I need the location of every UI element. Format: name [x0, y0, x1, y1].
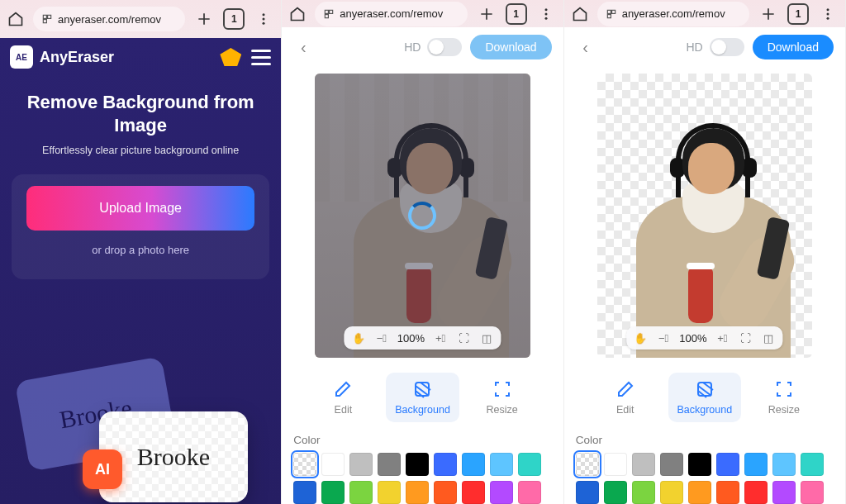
sample-cards: Brooke Brooke AI: [0, 347, 281, 504]
new-tab-icon[interactable]: [476, 3, 497, 25]
color-swatch[interactable]: [378, 481, 401, 504]
color-swatch[interactable]: [518, 453, 541, 476]
tab-count[interactable]: 1: [223, 8, 245, 30]
compare-icon[interactable]: ◫: [479, 330, 494, 345]
color-swatch[interactable]: [604, 481, 627, 504]
menu-icon[interactable]: [248, 50, 271, 65]
color-swatch[interactable]: [490, 453, 513, 476]
svg-rect-6: [326, 10, 329, 13]
image-canvas[interactable]: ✋ −⃝ 100% +⃝ ⛶ ◫: [597, 74, 812, 358]
url-bar[interactable]: anyeraser.com/remov: [315, 2, 467, 26]
hero-subtitle: Effortlessly clear picture background on…: [17, 145, 264, 156]
hd-toggle[interactable]: [710, 38, 744, 56]
color-swatch[interactable]: [604, 453, 627, 476]
color-swatch[interactable]: [632, 453, 655, 476]
hd-label: HD: [404, 40, 421, 54]
color-swatch[interactable]: [462, 453, 485, 476]
color-swatch[interactable]: [434, 481, 457, 504]
zoom-in-icon[interactable]: +⃝: [433, 330, 448, 345]
home-icon[interactable]: [571, 5, 589, 23]
tool-resize-label: Resize: [768, 404, 800, 416]
svg-rect-8: [326, 14, 329, 17]
image-canvas[interactable]: ✋ −⃝ 100% +⃝ ⛶ ◫: [315, 74, 530, 358]
color-swatch[interactable]: [801, 453, 824, 476]
tool-background-label: Background: [677, 404, 732, 416]
new-tab-icon[interactable]: [758, 3, 779, 25]
color-swatch[interactable]: [688, 481, 711, 504]
color-swatch[interactable]: [660, 453, 683, 476]
fullscreen-icon[interactable]: ⛶: [456, 330, 471, 345]
color-swatch[interactable]: [293, 453, 316, 476]
tool-background[interactable]: Background: [386, 373, 459, 422]
zoom-out-icon[interactable]: −⃝: [656, 330, 671, 345]
browser-menu-icon[interactable]: [253, 8, 274, 30]
color-swatch[interactable]: [576, 453, 599, 476]
color-swatch[interactable]: [518, 481, 541, 504]
landing-page: AE AnyEraser Remove Background from Imag…: [0, 38, 281, 504]
back-icon[interactable]: ‹: [576, 38, 596, 57]
pan-icon[interactable]: ✋: [351, 330, 366, 345]
fullscreen-icon[interactable]: ⛶: [738, 330, 753, 345]
color-swatch[interactable]: [406, 481, 429, 504]
url-bar[interactable]: anyeraser.com/remov: [597, 2, 749, 26]
url-bar[interactable]: anyeraser.com/remov: [33, 7, 185, 31]
tool-background[interactable]: Background: [668, 373, 741, 422]
zoom-out-icon[interactable]: −⃝: [374, 330, 389, 345]
zoom-toolbar: ✋ −⃝ 100% +⃝ ⛶ ◫: [345, 326, 501, 349]
color-swatch[interactable]: [801, 481, 824, 504]
hd-toggle[interactable]: [427, 38, 462, 56]
tool-resize[interactable]: Resize: [466, 373, 539, 422]
compare-icon[interactable]: ◫: [761, 330, 776, 345]
color-swatch[interactable]: [349, 481, 373, 504]
color-swatch[interactable]: [772, 453, 796, 476]
back-icon[interactable]: ‹: [293, 38, 313, 57]
tab-count[interactable]: 1: [506, 3, 527, 25]
app-logo: AE: [10, 45, 33, 69]
download-button[interactable]: Download: [470, 35, 551, 59]
home-icon[interactable]: [7, 10, 25, 28]
download-button[interactable]: Download: [753, 35, 834, 59]
browser-chrome: anyeraser.com/remov 1: [564, 0, 845, 27]
color-swatch[interactable]: [293, 481, 316, 504]
svg-rect-13: [607, 10, 611, 13]
color-swatch[interactable]: [406, 453, 429, 476]
upload-card: Upload Image or drop a photo here: [12, 174, 269, 279]
premium-icon[interactable]: [220, 48, 241, 66]
color-swatch[interactable]: [744, 481, 768, 504]
svg-point-16: [826, 8, 829, 11]
editor: ‹ HD Download ✋ −⃝: [282, 27, 563, 504]
color-swatch[interactable]: [772, 481, 796, 504]
tool-edit[interactable]: Edit: [589, 373, 662, 422]
color-swatch[interactable]: [462, 481, 485, 504]
color-swatch[interactable]: [490, 481, 513, 504]
pan-icon[interactable]: ✋: [633, 330, 648, 345]
tab-count[interactable]: 1: [787, 3, 809, 25]
tool-resize[interactable]: Resize: [748, 373, 820, 422]
zoom-toolbar: ✋ −⃝ 100% +⃝ ⛶ ◫: [626, 326, 782, 349]
svg-rect-15: [607, 14, 611, 17]
color-swatch[interactable]: [321, 481, 345, 504]
svg-rect-2: [43, 20, 46, 23]
browser-menu-icon[interactable]: [817, 3, 839, 25]
color-swatch[interactable]: [660, 481, 683, 504]
color-swatch[interactable]: [321, 453, 345, 476]
color-swatch[interactable]: [576, 481, 599, 504]
color-swatch[interactable]: [378, 453, 401, 476]
color-swatch[interactable]: [349, 453, 373, 476]
color-swatch[interactable]: [632, 481, 655, 504]
editor-toolbar: ‹ HD Download: [282, 27, 563, 67]
zoom-in-icon[interactable]: +⃝: [715, 330, 730, 345]
browser-menu-icon[interactable]: [535, 3, 557, 25]
color-title: Color: [293, 434, 551, 446]
upload-button[interactable]: Upload Image: [26, 186, 254, 231]
color-swatch[interactable]: [716, 481, 739, 504]
color-swatch[interactable]: [688, 453, 711, 476]
tool-edit[interactable]: Edit: [307, 373, 379, 422]
color-swatch[interactable]: [716, 453, 739, 476]
color-swatch[interactable]: [744, 453, 768, 476]
new-tab-icon[interactable]: [193, 8, 215, 30]
tool-resize-label: Resize: [486, 404, 517, 416]
color-swatch[interactable]: [434, 453, 457, 476]
svg-point-4: [263, 18, 265, 21]
home-icon[interactable]: [288, 5, 307, 23]
